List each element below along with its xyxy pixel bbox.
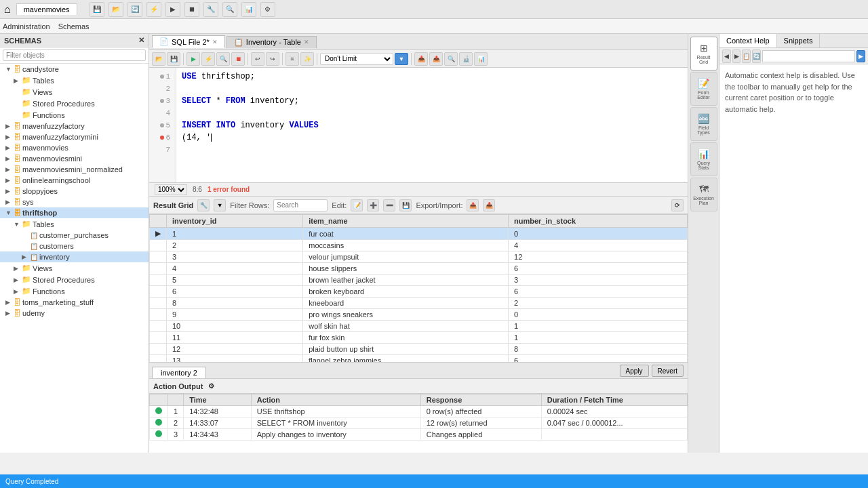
folder-views-cs[interactable]: 📁 Views bbox=[0, 86, 149, 98]
edit-btn-3[interactable]: ➖ bbox=[383, 199, 395, 211]
schema-mavenfuzzyfactorymini[interactable]: ▶ 🗄 mavenfuzzyfactorymini bbox=[0, 131, 149, 142]
toolbar-icon-6[interactable]: ⏹ bbox=[184, 2, 199, 17]
schema-udemy[interactable]: ▶ 🗄 udemy bbox=[0, 308, 149, 319]
toolbar-icon-3[interactable]: 🔄 bbox=[127, 2, 142, 17]
table-row[interactable]: 8 kneeboard 2 bbox=[150, 298, 688, 309]
table-row[interactable]: ▶ 1 fur coat 0 bbox=[150, 228, 688, 240]
tab-snippets[interactable]: Snippets bbox=[777, 34, 821, 47]
redo-btn[interactable]: ↪ bbox=[266, 52, 279, 66]
edit-btn-2[interactable]: ➕ bbox=[367, 199, 379, 211]
ctx-copy-btn[interactable]: 📋 bbox=[742, 49, 751, 63]
search-btn[interactable]: 🔍 bbox=[444, 52, 458, 66]
table-row[interactable]: 6 broken keyboard 6 bbox=[150, 286, 688, 298]
table-row[interactable]: 12 plaid button up shirt 8 bbox=[150, 344, 688, 355]
open-file-btn[interactable]: 📂 bbox=[152, 52, 165, 66]
schema-sloppyjoes[interactable]: ▶ 🗄 sloppyjoes bbox=[0, 186, 149, 197]
inspect-btn[interactable]: 🔬 bbox=[459, 52, 473, 66]
filter-menu-icon[interactable]: ▼ bbox=[214, 199, 226, 211]
stop-btn[interactable]: ⏹ bbox=[231, 52, 245, 66]
toolbar-icon-5[interactable]: ▶ bbox=[165, 2, 180, 17]
export-btn-1[interactable]: 📤 bbox=[467, 199, 479, 211]
undo-btn[interactable]: ↩ bbox=[251, 52, 264, 66]
export-btn[interactable]: 📤 bbox=[429, 52, 443, 66]
table-inventory[interactable]: ▶ 📋 inventory bbox=[0, 251, 149, 262]
ctx-next-btn[interactable]: ▶ bbox=[732, 49, 741, 63]
menu-schemas[interactable]: Schemas bbox=[58, 22, 90, 30]
tab-context-help[interactable]: Context Help bbox=[719, 34, 777, 47]
schema-mavenmovies[interactable]: ▶ 🗄 mavenmovies bbox=[0, 142, 149, 153]
toolbar-icon-7[interactable]: 🔧 bbox=[203, 2, 218, 17]
folder-tables-cs[interactable]: ▶ 📁 Tables bbox=[0, 75, 149, 86]
toolbar-icon-9[interactable]: 📊 bbox=[241, 2, 256, 17]
schema-mavenmoviesmini-normalized[interactable]: ▶ 🗄 mavenmoviesmini_normalized bbox=[0, 164, 149, 175]
folder-storedprocs-cs[interactable]: 📁 Stored Procedures bbox=[0, 98, 149, 109]
import-btn[interactable]: 📥 bbox=[414, 52, 428, 66]
schema-sys[interactable]: ▶ 🗄 sys bbox=[0, 197, 149, 207]
table-row[interactable]: 10 wolf skin hat 1 bbox=[150, 321, 688, 332]
bottom-tab-inventory2[interactable]: inventory 2 bbox=[152, 367, 206, 378]
limit-apply-btn[interactable]: ▼ bbox=[395, 53, 408, 65]
table-customer-purchases[interactable]: 📋 customer_purchases bbox=[0, 230, 149, 241]
save-file-btn[interactable]: 💾 bbox=[167, 52, 180, 66]
filter-input[interactable] bbox=[3, 49, 146, 61]
table-row[interactable]: 2 moccasins 4 bbox=[150, 240, 688, 251]
table-customers[interactable]: 📋 customers bbox=[0, 241, 149, 251]
edit-btn-4[interactable]: 💾 bbox=[399, 199, 412, 211]
rp-query-stats[interactable]: 📊 Query Stats bbox=[690, 142, 717, 176]
schema-candystore[interactable]: ▼ 🗄 candystore bbox=[0, 64, 149, 75]
edit-btn-1[interactable]: 📝 bbox=[351, 199, 363, 211]
tab-sql-file-2[interactable]: 📄 SQL File 2* ✕ bbox=[152, 35, 225, 48]
rp-execution-plan[interactable]: 🗺 Execution Plan bbox=[690, 178, 717, 211]
schema-onlinelearningschool[interactable]: ▶ 🗄 onlinelearningschool bbox=[0, 175, 149, 186]
col-header-item-name[interactable]: item_name bbox=[303, 215, 509, 228]
table-row[interactable]: 9 pro wings sneakers 0 bbox=[150, 309, 688, 321]
rp-field-types[interactable]: 🔤 Field Types bbox=[690, 107, 717, 141]
toolbar-icon-1[interactable]: 💾 bbox=[90, 2, 104, 17]
schema-thriftshop[interactable]: ▼ 🗄 thriftshop bbox=[0, 207, 149, 218]
sql-editor[interactable]: 1 2 3 4 5 6 7 USE thriftshop; SELECT * F… bbox=[149, 68, 688, 183]
revert-btn[interactable]: Revert bbox=[652, 365, 684, 377]
apply-btn[interactable]: Apply bbox=[620, 365, 649, 377]
folder-tables-ts[interactable]: ▼ 📁 Tables bbox=[0, 218, 149, 230]
filter-icon[interactable]: 🔧 bbox=[197, 199, 210, 211]
profile-btn[interactable]: 📊 bbox=[474, 52, 488, 66]
home-icon[interactable]: ⌂ bbox=[4, 3, 11, 16]
ctx-auto-btn[interactable]: 🔄 bbox=[752, 49, 761, 63]
zoom-select[interactable]: 100% bbox=[155, 184, 187, 195]
app-tab[interactable]: mavenmovies bbox=[16, 3, 77, 15]
rp-form-editor[interactable]: 📝 Form Editor bbox=[690, 72, 717, 106]
folder-functions-ts[interactable]: ▶ 📁 Functions bbox=[0, 285, 149, 297]
col-header-inventory-id[interactable]: inventory_id bbox=[167, 215, 303, 228]
table-row[interactable]: 3 velour jumpsuit 12 bbox=[150, 251, 688, 263]
context-search-btn[interactable]: ▶ bbox=[856, 50, 865, 62]
rp-result-grid[interactable]: ⊞ Result Grid bbox=[690, 37, 717, 70]
table-row[interactable]: 4 house slippers 6 bbox=[150, 263, 688, 274]
table-row[interactable]: 11 fur fox skin 1 bbox=[150, 332, 688, 344]
sidebar-collapse-btn[interactable]: ✕ bbox=[138, 36, 144, 45]
ctx-prev-btn[interactable]: ◀ bbox=[722, 49, 731, 63]
sql-code-area[interactable]: USE thriftshop; SELECT * FROM inventory;… bbox=[176, 68, 688, 182]
toolbar-icon-10[interactable]: ⚙ bbox=[260, 2, 275, 17]
export-btn-2[interactable]: 📥 bbox=[483, 199, 495, 211]
run-btn[interactable]: ▶ bbox=[186, 52, 200, 66]
table-row[interactable]: 5 brown leather jacket 3 bbox=[150, 274, 688, 286]
tab-inventory-table[interactable]: 📋 Inventory - Table ✕ bbox=[226, 36, 317, 48]
schema-toms-marketing[interactable]: ▶ 🗄 toms_marketing_stuff bbox=[0, 297, 149, 308]
limit-select[interactable]: Don't Limit Limit to 10 rows Limit to 10… bbox=[320, 53, 393, 65]
beautify-btn[interactable]: ✨ bbox=[300, 52, 314, 66]
action-output-settings[interactable]: ⚙ bbox=[208, 382, 214, 390]
close-tab-sql[interactable]: ✕ bbox=[212, 39, 218, 45]
toolbar-icon-4[interactable]: ⚡ bbox=[146, 2, 161, 17]
toolbar-icon-8[interactable]: 🔍 bbox=[222, 2, 237, 17]
context-search-input[interactable] bbox=[762, 50, 855, 62]
folder-functions-cs[interactable]: 📁 Functions bbox=[0, 109, 149, 121]
table-row[interactable]: 13 flannel zebra jammies 6 bbox=[150, 355, 688, 363]
wrap-btn[interactable]: ⟳ bbox=[671, 199, 684, 211]
explain-btn[interactable]: 🔍 bbox=[216, 52, 230, 66]
schema-mavenfuzzyfactory[interactable]: ▶ 🗄 mavenfuzzyfactory bbox=[0, 121, 149, 131]
toolbar-icon-2[interactable]: 📂 bbox=[108, 2, 123, 17]
run-selection-btn[interactable]: ⚡ bbox=[201, 52, 215, 66]
filter-rows-input[interactable] bbox=[273, 199, 328, 211]
menu-administration[interactable]: Administration bbox=[3, 22, 50, 30]
schema-mavenmoviesmini[interactable]: ▶ 🗄 mavenmoviesmini bbox=[0, 153, 149, 164]
